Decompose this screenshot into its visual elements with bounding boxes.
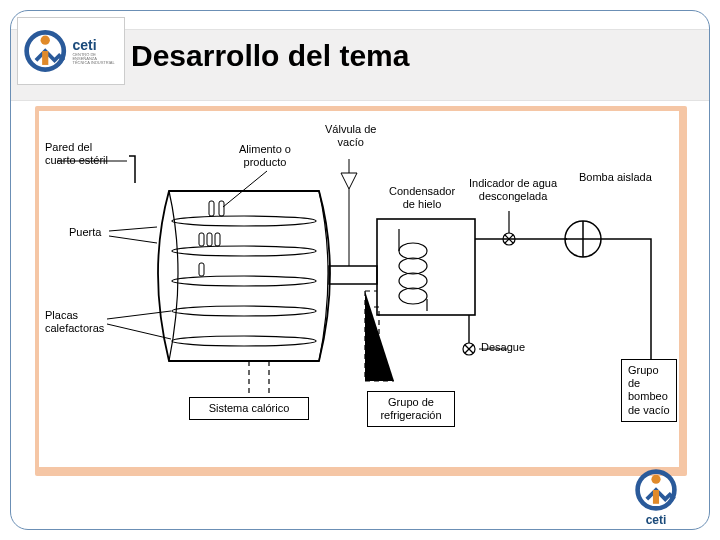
slide-frame: ceti CENTRO DE ENSEÑANZA TÉCNICA INDUSTR…: [10, 10, 710, 530]
logo-name: ceti: [72, 37, 120, 53]
svg-line-15: [109, 227, 157, 231]
ceti-logo-footer: ceti: [617, 467, 695, 525]
ceti-icon: [633, 467, 679, 513]
svg-rect-14: [199, 263, 204, 276]
svg-point-8: [172, 336, 316, 346]
box-vacuum-group: Grupo de bombeo de vacío: [621, 359, 677, 422]
svg-rect-2: [42, 51, 48, 65]
label-pump: Bomba aislada: [579, 171, 652, 184]
svg-rect-9: [209, 201, 214, 216]
svg-rect-41: [653, 490, 659, 504]
ceti-logo-top: ceti CENTRO DE ENSEÑANZA TÉCNICA INDUSTR…: [17, 17, 125, 85]
svg-point-6: [172, 276, 316, 286]
label-water-indicator: Indicador de agua descongelada: [469, 177, 557, 202]
svg-line-19: [223, 171, 267, 207]
box-caloric: Sistema calórico: [189, 397, 309, 420]
svg-point-5: [172, 246, 316, 256]
diagram-container: Pared del cuarto estéril Puerta Placas c…: [39, 111, 679, 467]
svg-rect-20: [329, 266, 377, 284]
slide-title: Desarrollo del tema: [131, 39, 409, 73]
label-product: Alimento o producto: [239, 143, 291, 168]
label-plates: Placas calefactoras: [45, 309, 104, 334]
label-vacuum-valve: Válvula de vacío: [325, 123, 376, 148]
label-condenser: Condensador de hielo: [389, 185, 455, 210]
ceti-icon: [22, 27, 68, 75]
label-wall: Pared del cuarto estéril: [45, 141, 108, 166]
svg-rect-13: [215, 233, 220, 246]
svg-rect-12: [207, 233, 212, 246]
svg-rect-10: [219, 201, 224, 216]
svg-point-1: [41, 36, 50, 45]
box-refrig: Grupo de refrigeración: [367, 391, 455, 427]
logo-sub2: TÉCNICA INDUSTRIAL: [72, 61, 120, 65]
svg-line-16: [109, 236, 157, 243]
label-door: Puerta: [69, 226, 101, 239]
svg-rect-11: [199, 233, 204, 246]
svg-rect-22: [377, 219, 475, 315]
svg-point-7: [172, 306, 316, 316]
footer-logo-name: ceti: [617, 513, 695, 527]
freeze-dryer-diagram: [39, 111, 679, 467]
label-drain: Desague: [481, 341, 525, 354]
svg-point-4: [172, 216, 316, 226]
svg-point-40: [651, 475, 660, 484]
